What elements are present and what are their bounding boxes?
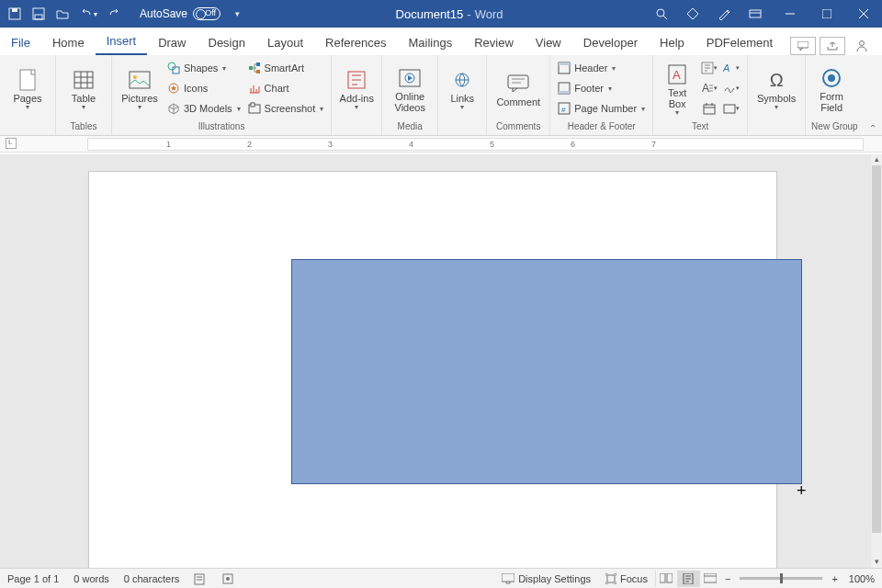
zoom-in-button[interactable]: +	[828, 573, 841, 584]
print-layout-button[interactable]	[677, 571, 699, 587]
quick-parts-button[interactable]: ▾	[699, 59, 719, 77]
group-headerfooter: Header▾ Footer▾ #Page Number▾ Header & F…	[550, 55, 653, 135]
pages-label: Pages	[13, 93, 41, 104]
tab-help[interactable]: Help	[649, 30, 695, 55]
zoom-handle[interactable]	[780, 573, 783, 583]
footer-button[interactable]: Footer▾	[556, 79, 647, 97]
form-field-button[interactable]: Form Field	[811, 59, 852, 118]
save-icon[interactable]	[31, 6, 46, 21]
chevron-down-icon: ▾	[138, 104, 141, 112]
symbols-label: Symbols	[757, 93, 796, 104]
autosave-icon[interactable]	[7, 6, 22, 21]
tab-insert[interactable]: Insert	[96, 28, 148, 55]
read-mode-button[interactable]	[655, 571, 677, 587]
chevron-down-icon: ▾	[94, 10, 97, 18]
scroll-thumb[interactable]	[872, 165, 881, 533]
datetime-button[interactable]	[699, 99, 719, 118]
open-icon[interactable]	[55, 6, 70, 21]
comment-icon	[507, 71, 529, 96]
textbox-button[interactable]: A Text Box▾	[659, 59, 695, 118]
horizontal-ruler[interactable]: 1 2 3 4 5 6 7	[0, 136, 882, 153]
tab-review[interactable]: Review	[463, 30, 525, 55]
link-icon	[452, 67, 472, 93]
chart-button[interactable]: Chart	[246, 79, 326, 97]
group-tables: Table▾ Tables	[56, 55, 112, 135]
group-label-comments: Comments	[492, 121, 544, 133]
scroll-up-icon[interactable]: ▴	[871, 154, 882, 165]
macro-icon[interactable]	[214, 572, 242, 585]
icons-button[interactable]: Icons	[165, 79, 243, 97]
tab-view[interactable]: View	[525, 30, 572, 55]
addins-icon	[346, 67, 367, 93]
tab-developer[interactable]: Developer	[572, 30, 649, 55]
display-settings-button[interactable]: Display Settings	[494, 573, 598, 584]
addins-button[interactable]: Add-ins▾	[337, 59, 376, 118]
scroll-down-icon[interactable]: ▾	[871, 557, 882, 568]
group-pages: Pages▾	[0, 55, 56, 135]
tab-mailings[interactable]: Mailings	[398, 30, 464, 55]
tab-home[interactable]: Home	[41, 30, 96, 55]
minimize-button[interactable]	[772, 0, 808, 28]
online-videos-button[interactable]: Online Videos	[388, 59, 432, 118]
comments-pane-button[interactable]	[790, 37, 816, 55]
autosave-toggle[interactable]: AutoSave Off	[140, 7, 220, 20]
word-count[interactable]: 0 words	[66, 573, 117, 584]
3d-models-button[interactable]: 3D Models▾	[165, 99, 243, 118]
pages-button[interactable]: Pages▾	[6, 59, 50, 118]
tab-file[interactable]: File	[0, 30, 41, 55]
shapes-button[interactable]: Shapes▾	[165, 59, 243, 77]
inserted-rectangle-shape[interactable]	[291, 259, 802, 484]
tab-pdfelement[interactable]: PDFelement	[695, 30, 784, 55]
tab-references[interactable]: References	[314, 30, 397, 55]
vertical-scrollbar[interactable]: ▴ ▾	[871, 154, 882, 568]
links-button[interactable]: Links▾	[444, 59, 481, 118]
symbols-button[interactable]: Ω Symbols▾	[753, 59, 799, 118]
svg-rect-17	[256, 62, 260, 66]
svg-text:A: A	[673, 68, 681, 82]
zoom-level[interactable]: 100%	[842, 573, 882, 584]
search-icon[interactable]	[654, 6, 669, 21]
ribbon-display-icon[interactable]	[748, 6, 763, 21]
status-bar: Page 1 of 1 0 words 0 characters Display…	[0, 568, 882, 588]
titlebar-right	[654, 6, 772, 21]
object-button[interactable]: ▾	[721, 99, 741, 118]
zoom-slider[interactable]	[740, 577, 822, 580]
smartart-button[interactable]: SmartArt	[246, 59, 326, 77]
svg-rect-20	[251, 103, 254, 107]
undo-button[interactable]: ▾	[79, 6, 97, 21]
focus-button[interactable]: Focus	[598, 573, 655, 584]
char-count[interactable]: 0 characters	[117, 573, 187, 584]
document-area[interactable]: +	[0, 154, 871, 568]
share-button[interactable]	[820, 37, 845, 55]
tab-selector[interactable]	[6, 138, 17, 149]
web-layout-button[interactable]	[699, 571, 721, 587]
svg-text:#: #	[561, 106, 566, 114]
spelling-icon[interactable]	[187, 572, 214, 585]
header-button[interactable]: Header▾	[556, 59, 647, 77]
comment-button[interactable]: Comment	[492, 59, 544, 118]
table-button[interactable]: Table▾	[62, 59, 106, 118]
page-indicator[interactable]: Page 1 of 1	[0, 573, 66, 584]
redo-icon[interactable]	[107, 6, 121, 21]
svg-text:A: A	[702, 82, 709, 95]
pictures-button[interactable]: Pictures▾	[118, 59, 162, 118]
maximize-button[interactable]	[808, 0, 845, 28]
group-newgroup: Form Field New Group	[806, 55, 864, 135]
page[interactable]: +	[88, 171, 777, 568]
page-number-button[interactable]: #Page Number▾	[556, 99, 647, 118]
qat-customize-icon[interactable]: ▾	[230, 6, 244, 21]
group-label-links	[444, 131, 481, 133]
pen-icon[interactable]	[717, 6, 731, 21]
screenshot-button[interactable]: Screenshot▾	[246, 99, 326, 118]
wordart-button[interactable]: A▾	[721, 59, 741, 77]
dropcap-button[interactable]: A▾	[699, 79, 719, 97]
account-icon[interactable]	[849, 37, 875, 55]
close-button[interactable]	[845, 0, 882, 28]
tab-design[interactable]: Design	[198, 30, 256, 55]
tab-draw[interactable]: Draw	[147, 30, 197, 55]
signature-button[interactable]: ▾	[721, 79, 741, 97]
tab-layout[interactable]: Layout	[256, 30, 314, 55]
collapse-ribbon-icon[interactable]: ⌃	[869, 123, 876, 133]
zoom-out-button[interactable]: −	[721, 573, 734, 584]
diamond-icon[interactable]	[685, 6, 700, 21]
